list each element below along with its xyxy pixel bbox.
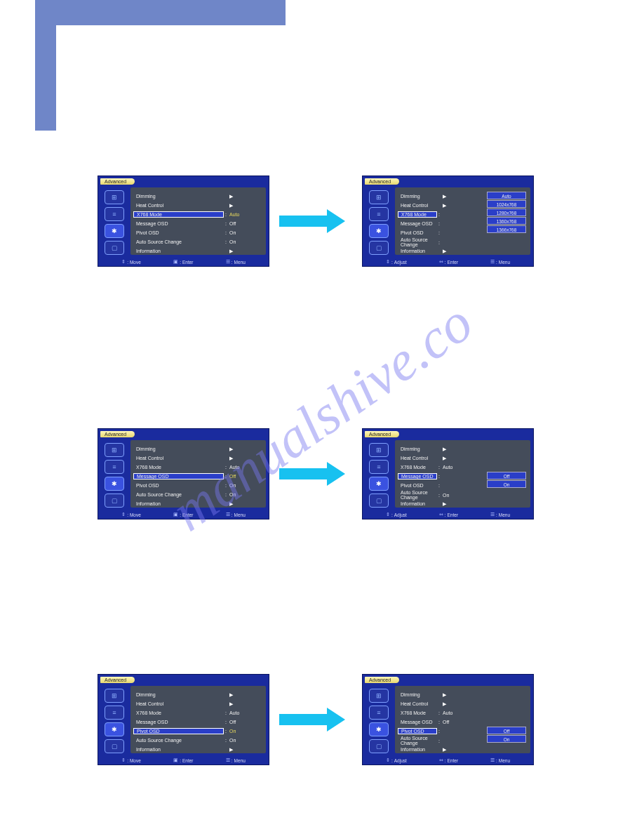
menu-body: Dimming▶ Heat Control▶ X768 Mode:Auto Me… bbox=[130, 187, 266, 255]
opt-1280[interactable]: 1280x768 bbox=[487, 208, 526, 216]
sliders-icon[interactable]: ≡ bbox=[105, 207, 124, 221]
mi-msgosd[interactable]: Message OSD: bbox=[401, 219, 476, 228]
mi-heat[interactable]: Heat Control▶ bbox=[401, 699, 476, 708]
mi-dimming[interactable]: Dimming▶ bbox=[136, 444, 263, 454]
enter-icon: ▣ bbox=[173, 259, 178, 265]
mi-pivot[interactable]: Pivot OSD: bbox=[401, 228, 476, 237]
sliders-icon[interactable]: ≡ bbox=[369, 460, 389, 474]
tv-icon[interactable]: ▢ bbox=[369, 739, 389, 753]
panel-x768-after: Advanced ⊞ ≡ ✱ ▢ Dimming▶ Heat Control▶ … bbox=[362, 176, 534, 267]
opt-1366[interactable]: 1366x768 bbox=[487, 225, 526, 233]
header-bar bbox=[35, 0, 286, 25]
sidebar: ⊞ ≡ ✱ ▢ bbox=[101, 187, 128, 255]
panel-msg-before: Advanced ⊞ ≡ ✱ ▢ Dimming▶ Heat Control▶ … bbox=[98, 428, 269, 519]
mi-info[interactable]: Information▶ bbox=[136, 745, 263, 754]
footer: ⇕: Move ▣: Enter ☰: Menu bbox=[98, 259, 269, 265]
mi-info[interactable]: Information▶ bbox=[401, 745, 476, 754]
updown-icon: ⇕ bbox=[386, 259, 390, 265]
panel-msg-after: Advanced ⊞ ≡ ✱ ▢ Dimming▶ Heat Control▶ … bbox=[362, 428, 534, 519]
settings-icon[interactable]: ⊞ bbox=[369, 443, 389, 457]
tv-icon[interactable]: ▢ bbox=[105, 241, 124, 255]
tv-icon[interactable]: ▢ bbox=[105, 739, 124, 753]
settings-icon[interactable]: ⊞ bbox=[105, 190, 124, 204]
mi-dimming[interactable]: Dimming▶ bbox=[136, 690, 263, 699]
mi-info[interactable]: Information▶ bbox=[136, 499, 263, 508]
globe-icon[interactable]: ✱ bbox=[105, 722, 124, 736]
mi-autosrc[interactable]: Auto Source Change: bbox=[401, 736, 476, 745]
mi-info[interactable]: Information▶ bbox=[401, 499, 476, 508]
flow-arrow-icon bbox=[279, 708, 348, 732]
panel-tab: Advanced bbox=[365, 431, 399, 437]
mi-pivot[interactable]: Pivot OSD: bbox=[401, 727, 476, 736]
panel-pivot-after: Advanced ⊞ ≡ ✱ ▢ Dimming▶ Heat Control▶ … bbox=[362, 674, 534, 765]
sliders-icon[interactable]: ≡ bbox=[369, 207, 389, 221]
mi-heat[interactable]: Heat Control▶ bbox=[136, 201, 263, 210]
mi-autosrc[interactable]: Auto Source Change: bbox=[401, 237, 476, 246]
sliders-icon[interactable]: ≡ bbox=[369, 706, 389, 720]
tv-icon[interactable]: ▢ bbox=[369, 241, 389, 255]
side-bar-accent bbox=[35, 0, 56, 131]
mi-autosrc[interactable]: Auto Source Change:On bbox=[136, 237, 263, 246]
mi-autosrc[interactable]: Auto Source Change:On bbox=[136, 490, 263, 499]
mi-heat[interactable]: Heat Control▶ bbox=[136, 454, 263, 463]
settings-icon[interactable]: ⊞ bbox=[369, 190, 389, 204]
mi-msgosd[interactable]: Message OSD:Off bbox=[401, 717, 476, 727]
mi-heat[interactable]: Heat Control▶ bbox=[401, 454, 476, 463]
opt-on[interactable]: On bbox=[487, 480, 526, 488]
mi-msgosd[interactable]: Message OSD:Off bbox=[136, 717, 263, 727]
mi-dimming[interactable]: Dimming▶ bbox=[401, 444, 476, 454]
panel-tab: Advanced bbox=[365, 178, 399, 185]
menu-icon: ☰ bbox=[226, 259, 230, 265]
mi-pivot[interactable]: Pivot OSD:On bbox=[136, 228, 263, 237]
opt-1024[interactable]: 1024x768 bbox=[487, 200, 526, 208]
opt-off[interactable]: Off bbox=[487, 727, 526, 734]
opt-on[interactable]: On bbox=[487, 735, 526, 743]
mi-pivot[interactable]: Pivot OSD:On bbox=[136, 481, 263, 490]
mi-heat[interactable]: Heat Control▶ bbox=[401, 201, 476, 210]
sliders-icon[interactable]: ≡ bbox=[105, 460, 124, 474]
onoff-options: Off On bbox=[487, 727, 526, 743]
mi-x768[interactable]: X768 Mode:Auto bbox=[136, 463, 263, 472]
globe-icon[interactable]: ✱ bbox=[369, 224, 389, 238]
globe-icon[interactable]: ✱ bbox=[369, 477, 389, 491]
mi-info[interactable]: Information▶ bbox=[136, 246, 263, 256]
updown-icon: ⇕ bbox=[121, 259, 126, 265]
globe-icon[interactable]: ✱ bbox=[105, 477, 124, 491]
onoff-options: Off On bbox=[487, 472, 526, 489]
mi-x768[interactable]: X768 Mode: bbox=[401, 210, 476, 219]
mi-heat[interactable]: Heat Control▶ bbox=[136, 699, 263, 708]
panel-x768-before: Advanced ⊞ ≡ ✱ ▢ Dimming▶ Heat Control▶ … bbox=[98, 176, 269, 267]
opt-1360[interactable]: 1360x768 bbox=[487, 217, 526, 225]
mi-pivot[interactable]: Pivot OSD: bbox=[401, 481, 476, 490]
mi-autosrc[interactable]: Auto Source Change:On bbox=[136, 736, 263, 745]
globe-icon[interactable]: ✱ bbox=[105, 224, 124, 238]
mi-autosrc[interactable]: Auto Source Change:On bbox=[401, 490, 476, 499]
globe-icon[interactable]: ✱ bbox=[369, 722, 389, 736]
panel-tab: Advanced bbox=[100, 178, 135, 185]
mi-info[interactable]: Information▶ bbox=[401, 246, 476, 256]
mi-x768[interactable]: X768 Mode:Auto bbox=[401, 708, 476, 717]
mi-dimming[interactable]: Dimming▶ bbox=[136, 192, 263, 201]
mi-msgosd[interactable]: Message OSD:Off bbox=[136, 472, 263, 481]
mi-dimming[interactable]: Dimming▶ bbox=[401, 192, 476, 201]
mi-pivot[interactable]: Pivot OSD:On bbox=[136, 727, 263, 736]
mi-x768[interactable]: X768 Mode:Auto bbox=[136, 708, 263, 717]
sliders-icon[interactable]: ≡ bbox=[105, 706, 124, 720]
tv-icon[interactable]: ▢ bbox=[369, 494, 389, 508]
opt-off[interactable]: Off bbox=[487, 472, 526, 479]
opt-auto[interactable]: Auto bbox=[487, 192, 526, 199]
menu-icon: ☰ bbox=[490, 259, 495, 265]
mi-dimming[interactable]: Dimming▶ bbox=[401, 690, 476, 699]
mi-x768[interactable]: X768 Mode:Auto bbox=[401, 463, 476, 472]
panel-tab: Advanced bbox=[100, 677, 135, 683]
settings-icon[interactable]: ⊞ bbox=[105, 443, 124, 457]
settings-icon[interactable]: ⊞ bbox=[105, 689, 124, 703]
panel-tab: Advanced bbox=[365, 677, 399, 683]
flow-arrow-icon bbox=[279, 462, 348, 486]
tv-icon[interactable]: ▢ bbox=[105, 494, 124, 508]
mi-msgosd[interactable]: Message OSD:Off bbox=[136, 219, 263, 228]
panel-pivot-before: Advanced ⊞ ≡ ✱ ▢ Dimming▶ Heat Control▶ … bbox=[98, 674, 269, 765]
mi-x768[interactable]: X768 Mode:Auto bbox=[136, 210, 263, 219]
mi-msgosd[interactable]: Message OSD: bbox=[401, 472, 476, 481]
settings-icon[interactable]: ⊞ bbox=[369, 689, 389, 703]
